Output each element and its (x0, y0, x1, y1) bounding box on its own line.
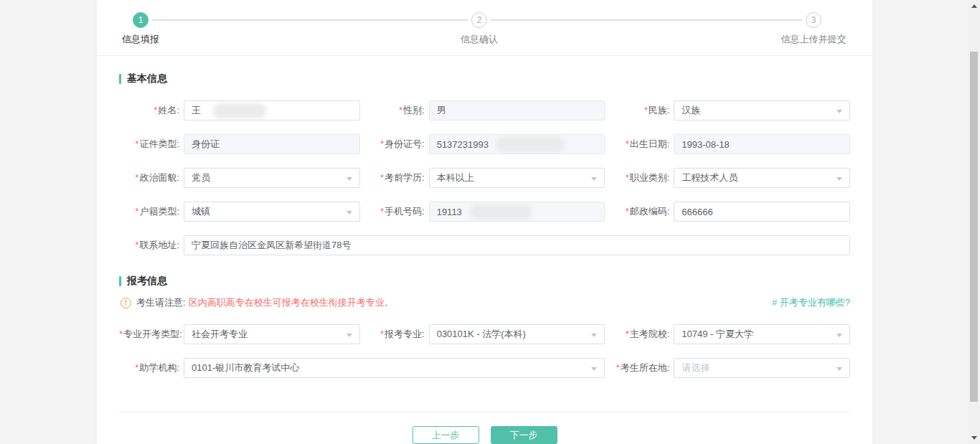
basic-info-section-title: 基本信息 (119, 72, 850, 85)
political-status-field: *政治面貌: 党员 (119, 168, 360, 188)
candidate-location-label: *考生所在地: (609, 362, 674, 374)
step-connector-line (491, 19, 802, 21)
step-1-circle: 1 (133, 12, 149, 28)
redaction-blur (470, 204, 532, 219)
chevron-down-icon (837, 334, 842, 337)
name-label: *姓名: (119, 104, 184, 117)
chevron-down-icon (591, 367, 597, 371)
apply-info-title-text: 报考信息 (127, 275, 167, 288)
basic-info-grid: *姓名: *性别: 男 *民族: 汉族 *证件类型: 身份证 (119, 100, 850, 255)
chief-school-label: *主考院校: (609, 328, 674, 341)
postal-code-input[interactable] (682, 207, 842, 217)
major-select[interactable]: 030101K - 法学(本科) (429, 324, 606, 344)
chevron-down-icon (837, 367, 842, 371)
step-2-circle: 2 (471, 12, 487, 28)
phone-field: *手机号码: 19113 (364, 202, 606, 222)
step-1-label: 信息填报 (122, 33, 159, 46)
ethnicity-select[interactable]: 汉族 (674, 100, 850, 121)
id-number-readonly: 5137231993 (429, 134, 606, 154)
scroll-down-button[interactable] (968, 432, 980, 444)
gender-readonly: 男 (429, 100, 606, 121)
required-mark: * (154, 105, 157, 115)
chevron-down-icon (591, 177, 597, 181)
name-input-wrap (184, 100, 360, 121)
address-label: *联系地址: (119, 239, 184, 252)
assist-org-label: *助学机构: (119, 362, 184, 374)
occupation-select[interactable]: 工程技术人员 (674, 168, 850, 188)
phone-label: *手机号码: (364, 205, 429, 218)
step-connector-line (152, 19, 468, 21)
apply-info-grid: *专业开考类型: 社会开考专业 *报考专业: 030101K - 法学(本科) … (119, 324, 850, 378)
candidate-location-select[interactable]: 请选择 (674, 358, 850, 378)
scrollbar[interactable] (968, 0, 980, 444)
form-area: 基本信息 *姓名: *性别: 男 *民族: 汉族 (97, 56, 872, 384)
household-type-select[interactable]: 城镇 (184, 202, 360, 222)
notice-prefix: 考生请注意: (136, 296, 186, 309)
household-type-label: *户籍类型: (119, 205, 184, 218)
name-field: *姓名: (119, 100, 360, 121)
wizard-stepper: 1 信息填报 2 信息确认 3 信息上传并提交 (97, 0, 872, 56)
next-step-button[interactable]: 下一步 (491, 426, 557, 444)
step-3-circle: 3 (806, 12, 821, 28)
chevron-down-icon (591, 334, 597, 337)
step-2-info-confirm: 2 信息确认 (429, 12, 529, 46)
address-field: *联系地址: (119, 235, 850, 255)
previous-step-button[interactable]: 上一步 (413, 426, 479, 444)
step-3-upload-submit: 3 信息上传并提交 (763, 12, 864, 46)
basic-info-title-text: 基本信息 (127, 72, 167, 85)
major-open-type-select[interactable]: 社会开考专业 (184, 324, 360, 344)
postal-code-label: *邮政编码: (609, 205, 674, 218)
id-type-readonly: 身份证 (184, 134, 360, 154)
gender-label: *性别: (364, 104, 429, 117)
step-2-label: 信息确认 (461, 33, 498, 46)
scroll-up-button[interactable] (968, 0, 980, 12)
candidate-location-field: *考生所在地: 请选择 (609, 358, 850, 378)
major-open-type-label: *专业开考类型: (119, 328, 184, 341)
political-status-select[interactable]: 党员 (184, 168, 360, 188)
id-type-field: *证件类型: 身份证 (119, 134, 360, 154)
chevron-down-icon (837, 110, 842, 113)
footer-actions: 上一步 下一步 (119, 412, 850, 444)
birth-date-label: *出生日期: (609, 138, 674, 151)
registration-form-card: 1 信息填报 2 信息确认 3 信息上传并提交 基本信息 *姓名: (97, 0, 872, 444)
notice-text: 区内高职高专在校生可报考在校生衔接开考专业。 (189, 296, 394, 309)
warning-icon: ! (121, 298, 131, 308)
major-label: *报考专业: (364, 328, 429, 341)
occupation-field: *职业类别: 工程技术人员 (609, 168, 850, 188)
name-input[interactable] (192, 105, 352, 116)
household-type-field: *户籍类型: 城镇 (119, 202, 360, 222)
address-input-wrap (184, 235, 850, 255)
pre-exam-education-select[interactable]: 本科以上 (429, 168, 606, 188)
id-number-label: *身份证号: (364, 138, 429, 151)
chevron-down-icon (347, 334, 352, 337)
ethnicity-label: *民族: (609, 104, 674, 117)
pre-exam-education-field: *考前学历: 本科以上 (364, 168, 606, 188)
step-1-info-fill: 1 信息填报 (90, 12, 191, 46)
postal-code-input-wrap (674, 202, 850, 222)
candidate-notice-row: ! 考生请注意: 区内高职高专在校生可报考在校生衔接开考专业。 # 开考专业有哪… (121, 296, 850, 309)
id-number-field: *身份证号: 5137231993 (364, 134, 606, 154)
major-open-type-field: *专业开考类型: 社会开考专业 (119, 324, 360, 344)
political-status-label: *政治面貌: (119, 171, 184, 184)
ethnicity-field: *民族: 汉族 (609, 100, 850, 121)
redaction-blur (496, 137, 565, 152)
step-3-label: 信息上传并提交 (781, 33, 847, 46)
section-accent-bar (119, 74, 121, 84)
scrollbar-thumb[interactable] (970, 52, 978, 402)
major-field: *报考专业: 030101K - 法学(本科) (364, 324, 606, 344)
chief-school-select[interactable]: 10749 - 宁夏大学 (674, 324, 850, 344)
gender-field: *性别: 男 (364, 100, 606, 121)
assist-org-field: *助学机构: 0101-银川市教育考试中心 (119, 358, 605, 378)
pre-exam-education-label: *考前学历: (364, 171, 429, 184)
chevron-down-icon (347, 177, 352, 181)
chevron-down-icon (837, 177, 842, 181)
postal-code-field: *邮政编码: (609, 202, 850, 222)
open-majors-link[interactable]: # 开考专业有哪些? (772, 296, 850, 309)
phone-readonly: 19113 (429, 202, 606, 222)
address-input[interactable] (192, 240, 842, 251)
arrow-up-icon (971, 4, 977, 8)
section-accent-bar (119, 276, 121, 286)
birth-date-field: *出生日期: 1993-08-18 (609, 134, 850, 154)
id-type-label: *证件类型: (119, 138, 184, 151)
assist-org-select[interactable]: 0101-银川市教育考试中心 (184, 358, 605, 378)
